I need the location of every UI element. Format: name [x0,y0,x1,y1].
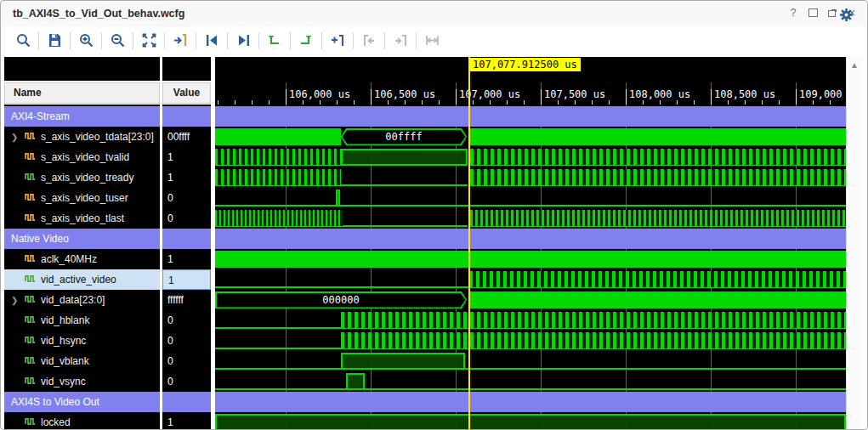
group-row-AXI4S to Video Out[interactable]: AXI4S to Video Out [4,392,160,412]
time-tick-label: 107,500 us [544,88,605,100]
signal-row-vid_hblank[interactable]: vid_hblank [4,310,160,331]
signal-row-vid_vblank[interactable]: vid_vblank [4,351,160,371]
signal-value-locked[interactable]: 1 [162,412,211,430]
window-title: tb_AXI4S_to_Vid_Out_behav.wcfg [13,8,184,20]
wave-row-AXI4S to Video Out [215,392,846,412]
expand-arrow-icon[interactable]: ❯ [4,133,25,142]
signal-row-s_axis_video_tuser[interactable]: s_axis_video_tuser [4,188,160,208]
signal-name-label: s_axis_video_tlast [41,212,124,224]
wave-segment-low [341,184,468,186]
signal-value-vid_vsync[interactable]: 0 [162,371,211,392]
next-transition-button[interactable] [232,30,254,52]
signal-value-vid_vblank[interactable]: 0 [162,351,211,371]
title-bar[interactable]: tb_AXI4S_to_Vid_Out_behav.wcfg ?× [2,2,866,27]
settings-gear-button[interactable] [835,3,857,25]
signal-value-s_axis_video_tdata[23:0][interactable]: 00ffff [162,127,211,147]
time-cursor-line[interactable] [468,57,470,430]
signal-value-vid_active_video[interactable]: 1 [162,269,211,290]
group-label: AXI4S to Video Out [11,396,99,408]
minor-tick [558,100,559,105]
zoom-out-icon [110,32,126,48]
signal-name-list: AXI4-Stream❯s_axis_video_tdata[23:0]s_ax… [4,105,160,430]
wave-segment-stripes [215,169,341,186]
major-tick [456,89,457,105]
signal-row-s_axis_video_tdata[23:0][interactable]: ❯s_axis_video_tdata[23:0] [4,127,160,147]
zoom-out-button[interactable] [106,30,128,52]
signal-value-AXI4-Stream[interactable] [162,106,211,127]
signal-value-s_axis_video_tuser[interactable]: 0 [162,188,211,208]
toolbar [2,26,866,54]
add-marker-button[interactable] [326,30,349,52]
zoom-to-cursor-icon [173,32,189,48]
previous-edge-button[interactable] [264,30,286,52]
zoom-in-button[interactable] [75,30,97,52]
toolbar-separator [196,32,196,49]
vertical-scrollbar[interactable]: ▲ [846,57,862,430]
expand-arrow-icon[interactable]: ❯ [4,296,25,305]
previous-transition-button[interactable] [201,30,223,52]
group-row-Native Video[interactable]: Native Video [4,229,160,249]
zoom-fit-button[interactable] [138,30,160,52]
signal-waveform-icon [25,192,37,204]
signal-row-vid_data[23:0][interactable]: ❯vid_data[23:0] [4,290,160,310]
signal-name-label: s_axis_video_tdata[23:0] [41,131,154,143]
minor-tick [439,100,440,105]
wave-row-s_axis_video_tuser [215,188,846,208]
major-tick [796,89,797,105]
signal-name-label: vid_active_video [41,274,116,286]
minor-tick [813,100,814,105]
save-waveform-button[interactable] [43,30,65,52]
wave-segment-bus: 000000 [215,291,467,308]
minor-tick [422,100,423,105]
group-label: AXI4-Stream [11,110,70,122]
signal-name-label: s_axis_video_tvalid [41,151,129,163]
zoom-to-cursor-button[interactable] [169,30,191,52]
signal-value-s_axis_video_tvalid[interactable]: 1 [162,147,211,167]
signal-value-AXI4S to Video Out[interactable] [162,392,211,412]
signal-value-list: 00ffff110011ffffff00001 [162,105,211,430]
signal-waveform-icon [25,314,37,326]
signal-row-s_axis_video_tlast[interactable]: s_axis_video_tlast [4,208,160,229]
next-edge-button[interactable] [295,30,317,52]
signal-value-s_axis_video_tlast[interactable]: 0 [162,208,211,229]
wave-segment-solid [470,291,846,308]
signal-value-vid_hsync[interactable]: 0 [162,331,211,351]
signal-value-vid_data[23:0][interactable]: ffffff [162,290,211,310]
signal-value-Native Video[interactable] [162,229,211,249]
scrollbar-up-arrow[interactable]: ▲ [847,60,862,70]
signal-row-s_axis_video_tvalid[interactable]: s_axis_video_tvalid [4,147,160,167]
bus-value-label: 000000 [215,291,467,308]
maximize-button[interactable] [807,7,819,19]
wave-row-s_axis_video_tready [215,167,846,188]
time-tick-label: 106,000 us [289,88,350,100]
group-label: Native Video [11,233,69,245]
signal-row-vid_vsync[interactable]: vid_vsync [4,371,160,392]
signal-waveform-icon [25,212,37,224]
wave-row-s_axis_video_tlast [215,208,846,229]
signal-waveform-icon [25,172,37,184]
signal-value-s_axis_video_tready[interactable]: 1 [162,167,211,188]
signal-waveform-icon [25,355,37,367]
name-panel-corner [4,57,160,81]
find-button[interactable] [12,30,34,52]
signal-row-vid_hsync[interactable]: vid_hsync [4,331,160,351]
toolbar-separator [384,32,385,49]
signal-name-label: s_axis_video_tuser [41,192,128,204]
maximize-icon [808,8,818,17]
help-button[interactable]: ? [787,7,799,19]
group-row-AXI4-Stream[interactable]: AXI4-Stream [4,106,160,127]
signal-row-vid_active_video[interactable]: vid_active_video [4,269,160,290]
wave-segment-stripes [215,149,341,166]
signal-row-locked[interactable]: locked [4,412,160,430]
previous-transition-icon [204,32,220,48]
waveform-canvas[interactable]: 106,000 us106,500 us107,000 us107,500 us… [215,57,846,430]
minor-tick [592,100,593,105]
signal-row-aclk_40MHz[interactable]: aclk_40MHz [4,249,160,269]
minor-tick [252,100,252,105]
gear-icon [838,7,854,23]
signal-name-label: vid_data[23:0] [41,294,105,306]
signal-row-s_axis_video_tready[interactable]: s_axis_video_tready [4,167,160,188]
signal-value-aclk_40MHz[interactable]: 1 [162,249,211,269]
signal-name-label: aclk_40MHz [41,253,97,265]
signal-value-vid_hblank[interactable]: 0 [162,310,211,331]
